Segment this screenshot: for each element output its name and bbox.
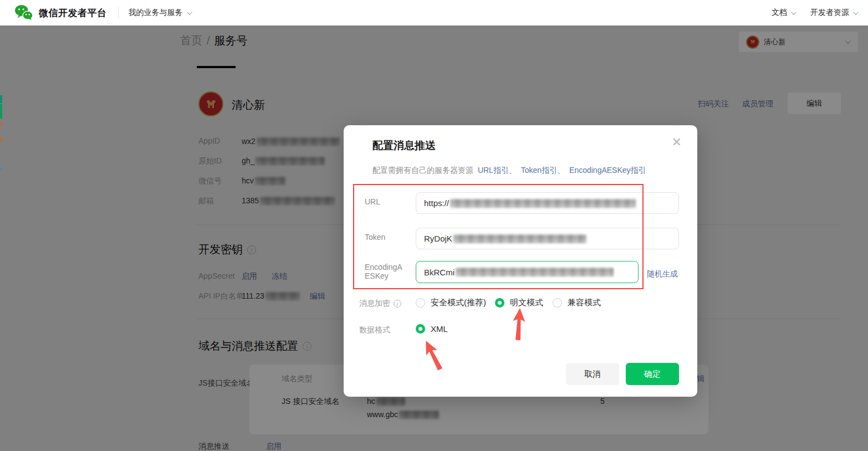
close-icon[interactable]: ✕ (672, 136, 682, 148)
chevron-down-icon (853, 9, 859, 15)
aeskey-input[interactable]: BkRCmi (416, 261, 639, 283)
token-guide-link[interactable]: Token指引、 (521, 166, 565, 175)
edge-decoration (0, 123, 2, 126)
masked-token (453, 234, 586, 243)
radio-compatible-mode[interactable]: 兼容模式 (553, 298, 601, 308)
nav-docs[interactable]: 文档 (772, 8, 795, 18)
masked-url (450, 199, 636, 208)
random-generate-link[interactable]: 随机生成 (647, 269, 678, 279)
url-input[interactable]: https:// (416, 192, 679, 214)
red-arrow-plaintext (510, 308, 527, 341)
nav-dev-resources[interactable]: 开发者资源 (810, 8, 857, 18)
chevron-down-icon (791, 9, 796, 15)
nav-my-business[interactable]: 我的业务与服务 (129, 8, 191, 18)
confirm-button[interactable]: 确定 (626, 363, 679, 385)
token-label: Token (365, 233, 385, 242)
edge-decoration (0, 104, 2, 119)
configure-message-push-dialog: ✕ 配置消息推送 配置需拥有自己的服务器资源 URL指引、 Token指引、 E… (344, 125, 697, 397)
radio-icon (553, 298, 562, 308)
cancel-button[interactable]: 取消 (566, 363, 619, 385)
red-arrow-xml (420, 337, 447, 373)
chevron-down-icon (186, 9, 192, 15)
radio-icon (416, 324, 425, 334)
edge-decoration (0, 139, 2, 141)
edge-decoration (0, 168, 2, 170)
top-header: 微信开发者平台 我的业务与服务 文档 开发者资源 (0, 0, 868, 25)
masked-aeskey (456, 268, 614, 276)
dialog-subtitle: 配置需拥有自己的服务器资源 URL指引、 Token指引、 EncodingAE… (372, 166, 646, 176)
radio-plaintext-mode[interactable]: 明文模式 (495, 298, 543, 308)
platform-title: 微信开发者平台 (39, 7, 107, 19)
wechat-logo-icon (14, 4, 33, 21)
radio-safe-mode[interactable]: 安全模式(推荐) (416, 298, 486, 308)
data-format-label: 数据格式 (359, 325, 390, 335)
encryption-label: 消息加密i (359, 299, 401, 309)
aeskey-label: EncodingAESKey (365, 263, 402, 280)
radio-xml[interactable]: XML (416, 324, 448, 334)
info-icon[interactable]: i (394, 300, 401, 308)
url-label: URL (365, 197, 380, 206)
token-input[interactable]: RyDojK (416, 228, 679, 249)
dialog-title: 配置消息推送 (372, 139, 436, 153)
divider (118, 7, 119, 18)
url-guide-link[interactable]: URL指引、 (478, 166, 517, 175)
aeskey-guide-link[interactable]: EncodingAESKey指引 (569, 166, 646, 175)
radio-icon (495, 298, 504, 308)
radio-icon (416, 298, 425, 308)
edge-decoration (0, 95, 2, 103)
